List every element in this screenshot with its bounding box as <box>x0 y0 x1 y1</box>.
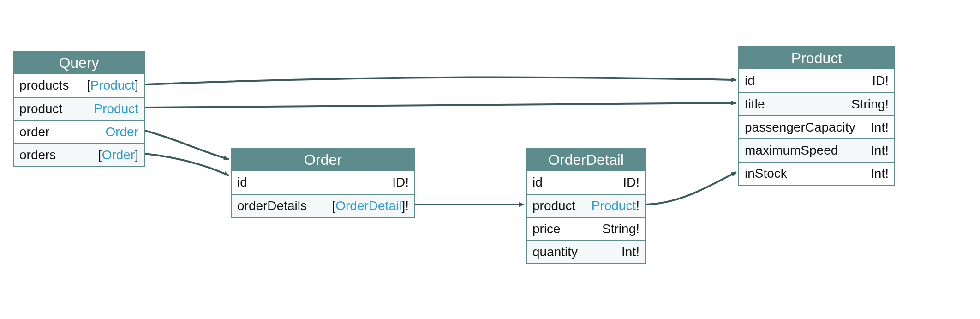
field-type: ID! <box>872 73 889 88</box>
type-reference: Order <box>102 148 135 162</box>
field-type: ID! <box>623 175 639 190</box>
field-name: id <box>745 73 755 88</box>
field-row: orders[Order] <box>14 143 144 166</box>
field-name: product <box>532 199 575 213</box>
field-name: title <box>745 97 765 112</box>
entity-orderDetail: OrderDetailidID!productProduct!priceStri… <box>526 148 646 264</box>
field-name: price <box>532 222 561 236</box>
field-row: inStockInt! <box>739 162 894 185</box>
schema-diagram: Queryproducts[Product]productProductorde… <box>0 0 980 319</box>
edge-query-products-to-product-id <box>145 77 736 84</box>
field-type: [Product] <box>87 78 138 93</box>
field-row: quantityInt! <box>527 240 645 263</box>
field-type: Product <box>94 102 139 116</box>
field-name: maximumSpeed <box>745 143 838 158</box>
field-type: ID! <box>392 175 409 190</box>
type-bracket-close: ] <box>135 78 138 92</box>
type-reference: Order <box>105 125 138 139</box>
field-row: orderDetails[OrderDetail]! <box>232 194 414 217</box>
field-name: products <box>19 78 69 93</box>
entity-product: ProductidID!titleString!passengerCapacit… <box>738 46 895 186</box>
edge-query-order-to-order <box>145 131 229 159</box>
field-type: Int! <box>871 166 889 181</box>
field-row: products[Product] <box>14 74 144 97</box>
entity-order: OrderidID!orderDetails[OrderDetail]! <box>231 148 415 218</box>
entity-title: Query <box>14 52 144 74</box>
field-name: passengerCapacity <box>745 120 855 135</box>
entity-title: Product <box>739 47 894 69</box>
type-bracket-close: ]! <box>401 199 409 213</box>
field-type: Int! <box>871 120 889 135</box>
field-row: idID! <box>527 171 645 194</box>
field-name: orders <box>19 148 56 163</box>
type-reference: Product <box>94 102 139 116</box>
field-row: titleString! <box>739 92 894 115</box>
type-bracket-close: ] <box>135 148 138 162</box>
field-name: orderDetails <box>237 199 307 213</box>
type-reference: Product <box>90 78 135 92</box>
entity-title: Order <box>232 149 414 171</box>
field-type: [OrderDetail]! <box>332 199 409 213</box>
type-bracket-open: [ <box>98 148 102 162</box>
field-type: Int! <box>621 245 639 259</box>
edge-orderDetail-product-to-product-inStock <box>646 172 736 205</box>
field-row: passengerCapacityInt! <box>739 115 894 138</box>
field-name: id <box>532 175 543 190</box>
field-type: Order <box>105 125 138 139</box>
entity-query: Queryproducts[Product]productProductorde… <box>13 51 145 167</box>
field-type: String! <box>602 222 639 236</box>
field-type: String! <box>851 97 889 112</box>
field-type: Product! <box>592 199 639 213</box>
field-name: id <box>237 175 247 190</box>
type-reference: Product <box>592 199 636 213</box>
field-row: productProduct <box>14 97 144 120</box>
type-bracket-open: [ <box>87 78 90 92</box>
field-name: product <box>19 102 62 116</box>
field-name: quantity <box>532 245 578 259</box>
field-name: order <box>19 125 49 139</box>
field-row: priceString! <box>527 217 645 240</box>
field-row: maximumSpeedInt! <box>739 138 894 162</box>
field-row: idID! <box>232 171 414 194</box>
field-type: [Order] <box>98 148 138 163</box>
edge-query-product-to-product-title <box>145 103 736 108</box>
field-row: productProduct! <box>527 194 645 217</box>
edge-query-orders-to-order <box>145 154 229 175</box>
field-row: orderOrder <box>14 120 144 143</box>
entity-title: OrderDetail <box>527 149 645 171</box>
field-type: Int! <box>871 143 889 158</box>
type-reference: OrderDetail <box>335 199 401 213</box>
type-bracket-close: ! <box>636 199 639 213</box>
field-name: inStock <box>745 166 787 181</box>
field-row: idID! <box>739 69 894 92</box>
